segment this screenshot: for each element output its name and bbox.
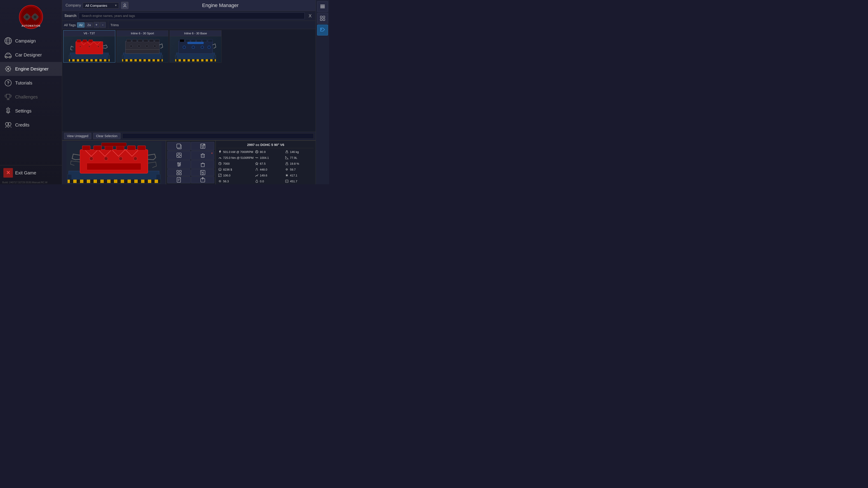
engine-preview: [62, 141, 166, 184]
sidebar-item-engine-designer[interactable]: Engine Designer: [0, 62, 62, 76]
exit-game-item[interactable]: ✕ Exit Game: [0, 165, 62, 180]
view-untagged-button[interactable]: View Untagged: [64, 133, 91, 139]
sidebar-item-credits[interactable]: Credits: [0, 118, 62, 132]
stat-weight: 146 kg: [285, 149, 314, 155]
svg-point-82: [201, 46, 204, 48]
tag-button[interactable]: [317, 25, 328, 35]
stat-torque: 725.0 Nm @ 5100RPM: [218, 155, 254, 160]
stat-octane-value: 448.0: [260, 168, 268, 171]
svg-point-83: [208, 46, 211, 48]
nav-items: Campaign Car Designer: [0, 33, 62, 165]
grid-view-button[interactable]: [317, 13, 328, 24]
svg-rect-79: [188, 42, 204, 44]
sidebar-item-tutorials[interactable]: ? Tutorials: [0, 76, 62, 90]
list-view-button[interactable]: [317, 1, 328, 12]
profile-button[interactable]: [121, 2, 128, 9]
stat-smoothness-value: 1004.1: [260, 156, 269, 160]
octane-icon: [254, 167, 259, 172]
engine-card-inline6-base[interactable]: Inline 6 - 30 Base: [169, 30, 221, 63]
svg-rect-55: [127, 39, 131, 42]
tune-icon: [176, 161, 182, 168]
stat-cooling-value: 417.1: [290, 174, 298, 177]
svg-text:$: $: [219, 169, 221, 171]
sort-za-button[interactable]: Za: [85, 22, 93, 28]
sidebar-item-car-designer[interactable]: Car Designer: [0, 48, 62, 62]
stats-panel: 2997 cc DOHC 5 90° V6 501.0 kW @ 7000RPM: [216, 141, 315, 184]
search-input[interactable]: [79, 12, 305, 19]
person-icon: [123, 3, 127, 7]
stat-displacement-value: 77.9L: [290, 156, 298, 160]
reliability-icon: [254, 161, 259, 166]
svg-point-31: [124, 4, 126, 6]
sidebar-item-settings[interactable]: Settings: [0, 104, 62, 118]
stat-reliability-value: 67.5: [260, 162, 266, 165]
trims-section: Trims: [108, 21, 315, 29]
export-list-button[interactable]: [167, 169, 191, 176]
svg-rect-156: [323, 19, 325, 21]
search-close-button[interactable]: X: [307, 13, 313, 19]
document-button[interactable]: [167, 176, 191, 183]
svg-point-101: [119, 157, 123, 160]
delete-x-badge: ✕: [211, 152, 213, 155]
clear-selection-button[interactable]: Clear Selection: [93, 133, 121, 139]
remove-tag-button[interactable]: -: [100, 22, 106, 28]
emissions-icon: [285, 161, 289, 166]
export-button[interactable]: [191, 176, 214, 183]
svg-point-64: [154, 45, 156, 47]
svg-rect-103: [87, 163, 141, 170]
engine-grid: V6 - T3T: [62, 29, 315, 132]
logo-emblem: AUTOMATION: [19, 4, 43, 29]
svg-point-100: [104, 157, 108, 160]
rpm-icon: [218, 161, 222, 166]
engine-settings-button[interactable]: [167, 151, 191, 160]
svg-point-102: [133, 157, 137, 160]
svg-rect-7: [29, 17, 31, 18]
svg-rect-53: [122, 59, 163, 61]
exit-game-label: Exit Game: [15, 170, 36, 175]
car-designer-label: Car Designer: [15, 53, 42, 58]
bottom-controls: View Untagged Clear Selection: [62, 132, 315, 140]
svg-rect-59: [149, 39, 154, 42]
add-tag-button[interactable]: +: [94, 22, 99, 28]
save-settings-button[interactable]: ⚙: [191, 142, 214, 151]
service-icon: [285, 179, 289, 184]
svg-point-46: [97, 46, 99, 47]
delete2-button[interactable]: [191, 160, 214, 169]
company-select[interactable]: All Companies: [83, 2, 119, 8]
svg-rect-13: [37, 17, 39, 18]
tune-button[interactable]: [167, 160, 191, 169]
challenges-label: Challenges: [15, 94, 38, 100]
engine-card-inline6-sport[interactable]: Inline 6 - 30 Sport: [116, 30, 168, 63]
svg-point-157: [321, 29, 322, 30]
svg-rect-98: [138, 146, 146, 150]
svg-point-80: [183, 46, 186, 48]
exit-x-icon: ✕: [3, 168, 13, 177]
delete-engine-button[interactable]: ✕: [191, 151, 214, 160]
window-title: Engine Manager: [128, 2, 312, 8]
svg-point-124: [179, 164, 180, 165]
svg-rect-10: [35, 13, 35, 15]
stat-reliability: 67.5: [254, 161, 284, 166]
company-label: Company: [66, 3, 81, 7]
svg-rect-151: [320, 6, 325, 7]
svg-rect-12: [31, 17, 33, 18]
engine-bg-inline6-base: [170, 36, 221, 62]
stat-torque-value: 725.0 Nm @ 5100RPM: [223, 156, 254, 160]
svg-rect-5: [26, 19, 27, 21]
save-button[interactable]: [191, 169, 214, 176]
save-icon: [199, 169, 206, 176]
svg-point-135: [202, 172, 204, 174]
sidebar-item-campaign[interactable]: Campaign: [0, 34, 62, 48]
svg-point-109: [202, 146, 204, 148]
svg-rect-95: [105, 146, 113, 150]
stat-rpm-value: 7000: [223, 162, 230, 165]
svg-rect-118: [201, 154, 204, 158]
eco-icon: [254, 179, 259, 184]
svg-point-21: [9, 56, 11, 58]
sort-az-button[interactable]: Az: [77, 22, 85, 28]
svg-point-63: [146, 45, 148, 47]
svg-rect-150: [320, 5, 325, 5]
copy-engine-button[interactable]: [167, 142, 191, 151]
logo-area: AUTOMATION: [0, 0, 62, 33]
engine-card-v6-t3t[interactable]: V6 - T3T: [63, 30, 115, 63]
